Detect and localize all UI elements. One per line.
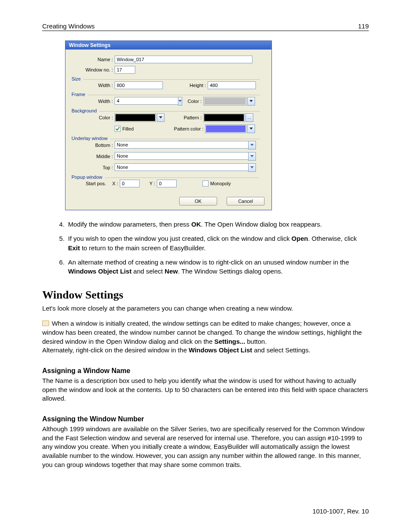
step-5: If you wish to open the window you just … [66, 234, 369, 252]
dialog-titlebar: Window Settings [65, 41, 271, 50]
y-input[interactable] [157, 180, 177, 187]
chevron-down-icon[interactable] [248, 141, 256, 149]
monopoly-label: Monopoly [210, 181, 231, 186]
bg-color-label: Color : [72, 115, 115, 120]
step-6: An alternate method of creating a new wi… [66, 258, 369, 276]
middle-label: Middle : [72, 154, 115, 159]
header-page-number: 119 [358, 22, 369, 30]
frame-width-select[interactable] [115, 97, 163, 106]
step-4: Modify the window parameters, then press… [66, 220, 369, 229]
sub1-heading: Assigning a Window Name [42, 367, 369, 375]
chevron-down-icon[interactable] [157, 113, 165, 122]
pattern-label: Pattern : [165, 115, 203, 120]
group-frame: Frame [72, 92, 265, 97]
pattern-color-label: Pattern color : [134, 126, 205, 131]
pattern-color-swatch[interactable] [205, 124, 246, 133]
sub2-heading: Assigning the Window Number [42, 415, 369, 423]
top-select[interactable] [115, 163, 256, 172]
name-input[interactable] [115, 56, 252, 63]
svg-marker-2 [159, 116, 162, 118]
header-left: Creating Windows [42, 22, 95, 30]
filled-label: Filled [122, 126, 134, 131]
steps-list: Modify the window parameters, then press… [42, 220, 369, 276]
width-input[interactable] [115, 81, 163, 89]
x-input[interactable] [120, 180, 140, 187]
chevron-down-icon[interactable] [248, 163, 256, 172]
bottom-label: Bottom : [72, 143, 115, 148]
chevron-down-icon[interactable] [247, 124, 255, 133]
name-label: Name : [72, 57, 115, 62]
height-input[interactable] [208, 81, 256, 89]
height-label: Height : [163, 83, 208, 88]
window-no-input[interactable] [115, 66, 135, 74]
window-no-label: Window no. : [72, 67, 115, 72]
window-settings-dialog: Window Settings Name : Window no. : Size… [65, 40, 272, 210]
svg-marker-1 [249, 100, 253, 102]
ellipsis-icon[interactable]: … [246, 113, 253, 122]
group-size: Size [72, 76, 265, 81]
page-header: Creating Windows 119 [42, 22, 369, 31]
top-label: Top : [72, 165, 115, 170]
startpos-label: Start pos. [72, 181, 108, 186]
x-label: X : [108, 181, 120, 186]
group-popup: Popup window [72, 174, 265, 180]
frame-width-label: Width : [72, 99, 115, 104]
svg-marker-4 [250, 144, 254, 146]
middle-select[interactable] [115, 152, 256, 161]
monopoly-checkbox[interactable]: Monopoly [202, 180, 231, 187]
svg-marker-5 [250, 155, 254, 157]
frame-color-swatch[interactable] [203, 97, 246, 106]
svg-marker-6 [250, 166, 254, 168]
width-label: Width : [72, 83, 115, 88]
section-heading: Window Settings [42, 289, 369, 302]
y-label: Y : [140, 181, 157, 186]
group-background: Background [72, 108, 265, 113]
svg-marker-3 [249, 128, 253, 130]
sub2-body: Although 1999 windows are available on t… [42, 425, 369, 469]
chevron-down-icon[interactable] [247, 97, 255, 106]
group-underlay: Underlay window [72, 136, 265, 141]
filled-checkbox[interactable]: Filled [115, 126, 134, 132]
chevron-down-icon[interactable] [248, 152, 256, 161]
cancel-button[interactable]: Cancel [227, 197, 265, 205]
page-footer: 1010-1007, Rev. 10 [312, 507, 369, 515]
sub1-body: The Name is a description box used to he… [42, 376, 369, 403]
frame-color-label: Color : [163, 99, 203, 104]
ok-button[interactable]: OK [179, 197, 217, 205]
bottom-select[interactable] [115, 141, 256, 149]
bg-color-swatch[interactable] [115, 113, 156, 122]
dialog-title: Window Settings [69, 42, 111, 48]
section-intro: Let's look more closely at the parameter… [42, 304, 369, 313]
pattern-swatch[interactable] [203, 113, 245, 122]
note-icon [42, 320, 49, 326]
section-note: When a window is initially created, the … [42, 319, 369, 355]
